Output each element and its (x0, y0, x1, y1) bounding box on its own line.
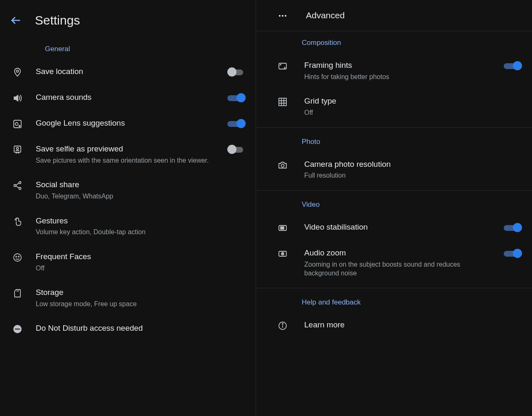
framing-icon (277, 60, 288, 71)
item-title: Google Lens suggestions (36, 118, 215, 129)
svg-point-22 (285, 15, 286, 17)
svg-point-4 (15, 123, 18, 126)
item-subtitle: Off (36, 264, 246, 273)
lens-icon (12, 118, 23, 129)
toggle-save-location[interactable] (227, 67, 246, 77)
item-storage[interactable]: Storage Low storage mode, Free up space (0, 280, 256, 316)
item-title: Framing hints (304, 60, 488, 71)
item-subtitle: Save pictures with the same orientation … (36, 156, 215, 165)
item-subtitle: Volume key action, Double-tap action (36, 228, 246, 237)
back-button[interactable] (10, 15, 22, 26)
item-title: Do Not Disturb access needed (36, 323, 246, 334)
section-header-general: General (0, 37, 256, 59)
item-title: Camera photo resolution (304, 159, 522, 170)
svg-rect-25 (279, 98, 286, 106)
svg-point-24 (284, 67, 285, 68)
settings-panel-left: Settings General Save location Camera so… (0, 0, 256, 416)
item-learn-more[interactable]: Learn more (256, 312, 532, 338)
svg-point-38 (282, 323, 283, 324)
speaker-icon (12, 92, 23, 103)
svg-rect-32 (281, 227, 284, 229)
svg-point-35 (282, 253, 283, 254)
svg-point-5 (19, 126, 20, 127)
section-header-composition: Composition (256, 31, 532, 53)
item-subtitle: Full resolution (304, 171, 522, 180)
section-header-photo: Photo (256, 130, 532, 152)
item-title: Audio zoom (304, 248, 488, 258)
page-title: Settings (35, 13, 80, 27)
item-subtitle: Zooming in on the subject boosts sound a… (304, 260, 488, 278)
item-save-selfie[interactable]: Save selfie as previewed Save pictures w… (0, 136, 256, 172)
audio-zoom-icon (277, 248, 288, 259)
item-dnd[interactable]: Do Not Disturb access needed (0, 316, 256, 342)
item-title: Save location (36, 67, 215, 77)
toggle-audio-zoom[interactable] (504, 249, 522, 259)
svg-point-21 (282, 15, 283, 17)
item-social-share[interactable]: Social share Duo, Telegram, WhatsApp (0, 172, 256, 208)
item-frequent-faces[interactable]: Frequent Faces Off (0, 244, 256, 280)
svg-rect-6 (14, 146, 21, 152)
svg-marker-2 (14, 95, 18, 101)
svg-point-20 (279, 15, 281, 17)
item-camera-sounds[interactable]: Camera sounds (0, 85, 256, 111)
item-audio-zoom[interactable]: Audio zoom Zooming in on the subject boo… (256, 240, 532, 285)
toggle-google-lens[interactable] (227, 119, 246, 129)
toggle-camera-sounds[interactable] (227, 93, 246, 103)
item-subtitle: Low storage mode, Free up space (36, 300, 246, 309)
item-title: Grid type (304, 96, 522, 106)
item-title: Storage (36, 287, 246, 298)
svg-point-13 (14, 254, 21, 261)
header-row: Settings (0, 8, 256, 37)
divider (256, 127, 532, 128)
share-icon (12, 180, 23, 191)
more-horizontal-icon (277, 10, 288, 21)
item-subtitle: Hints for taking better photos (304, 72, 488, 82)
svg-line-12 (16, 186, 19, 188)
toggle-save-selfie[interactable] (227, 145, 246, 155)
svg-rect-19 (15, 329, 20, 329)
info-icon (277, 320, 288, 331)
sd-card-icon (12, 287, 23, 298)
item-title: Camera sounds (36, 92, 215, 103)
divider (256, 288, 532, 288)
item-title: Gestures (36, 216, 246, 226)
item-subtitle: Duo, Telegram, WhatsApp (36, 192, 246, 201)
item-google-lens[interactable]: Google Lens suggestions (0, 111, 256, 136)
item-title: Save selfie as previewed (36, 144, 215, 154)
item-framing-hints[interactable]: Framing hints Hints for taking better ph… (256, 53, 532, 89)
face-icon (12, 252, 23, 262)
item-save-location[interactable]: Save location (0, 59, 256, 85)
camera-icon (277, 159, 288, 170)
svg-point-1 (16, 70, 18, 72)
section-header-help: Help and feedback (256, 291, 532, 312)
item-title: Learn more (304, 320, 522, 330)
svg-point-7 (17, 148, 19, 150)
section-header-video: Video (256, 193, 532, 215)
item-title: Frequent Faces (36, 252, 246, 262)
item-photo-resolution[interactable]: Camera photo resolution Full resolution (256, 152, 532, 188)
svg-line-11 (16, 183, 19, 185)
toggle-video-stabilisation[interactable] (504, 223, 522, 233)
divider (256, 190, 532, 191)
advanced-row[interactable]: Advanced (256, 0, 532, 31)
item-video-stabilisation[interactable]: Video stabilisation (256, 215, 532, 240)
selfie-icon (12, 144, 23, 155)
video-icon (277, 222, 288, 233)
toggle-framing-hints[interactable] (504, 61, 522, 71)
location-pin-icon (12, 67, 23, 77)
touch-icon (12, 216, 23, 227)
svg-point-15 (18, 256, 19, 257)
item-subtitle: Off (304, 108, 522, 117)
svg-point-30 (281, 164, 284, 167)
advanced-title: Advanced (306, 10, 345, 20)
grid-icon (277, 96, 288, 107)
svg-point-14 (16, 256, 17, 257)
item-grid-type[interactable]: Grid type Off (256, 89, 532, 124)
item-title: Social share (36, 180, 246, 190)
do-not-disturb-icon (12, 323, 23, 334)
item-gestures[interactable]: Gestures Volume key action, Double-tap a… (0, 208, 256, 244)
settings-panel-right: Advanced Composition Framing hints Hints… (256, 0, 532, 416)
item-title: Video stabilisation (304, 222, 488, 233)
